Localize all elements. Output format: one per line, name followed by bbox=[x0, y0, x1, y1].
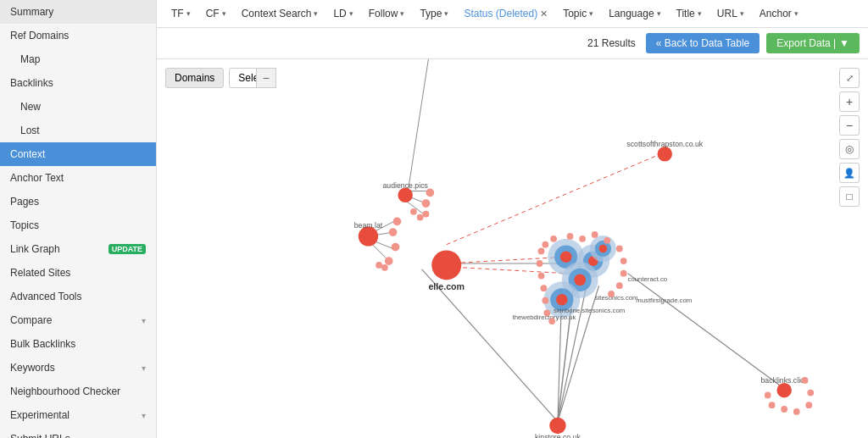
zoom-out-button[interactable]: − bbox=[839, 115, 860, 136]
export-data-button[interactable]: Export Data | ▼ bbox=[766, 33, 860, 53]
svg-point-51 bbox=[599, 245, 608, 253]
sidebar-label-pages: Pages bbox=[10, 196, 39, 208]
filter-url[interactable]: URL▾ bbox=[711, 5, 750, 22]
close-icon[interactable]: ✕ bbox=[540, 8, 548, 19]
svg-point-30 bbox=[423, 211, 430, 218]
sidebar-item-bulk-backlinks[interactable]: Bulk Backlinks bbox=[0, 332, 156, 356]
svg-line-0 bbox=[422, 269, 558, 422]
sidebar-label-summary: Summary bbox=[10, 6, 53, 18]
filter-tf[interactable]: TF▾ bbox=[165, 5, 197, 22]
filter-label: Anchor bbox=[760, 8, 792, 19]
svg-point-73 bbox=[543, 309, 550, 316]
sidebar-item-related-sites[interactable]: Related Sites bbox=[0, 261, 156, 285]
sidebar-label-keywords: Keywords bbox=[10, 362, 55, 374]
sidebar-label-new: New bbox=[20, 101, 41, 113]
filter-anchor[interactable]: Anchor▾ bbox=[754, 5, 804, 22]
sidebar-item-neighbourhood-checker[interactable]: Neighbourhood Checker bbox=[0, 380, 156, 403]
sidebar-item-keywords[interactable]: Keywords▾ bbox=[0, 356, 156, 380]
sidebar-item-submit-urls[interactable]: Submit URLs bbox=[0, 427, 156, 438]
minimize-graph-button[interactable]: − bbox=[256, 68, 276, 88]
svg-point-23 bbox=[393, 218, 402, 226]
filter-label: Status (Deleted) bbox=[464, 8, 537, 19]
filter-status-deleted[interactable]: Status (Deleted) ✕ bbox=[458, 5, 554, 22]
sidebar-item-compare[interactable]: Compare▾ bbox=[0, 308, 156, 332]
caret-icon: ▾ bbox=[186, 9, 191, 18]
sidebar-item-context[interactable]: Context bbox=[0, 142, 156, 166]
caret-icon: ▾ bbox=[400, 9, 404, 18]
graph-toolbar: Domains Select − bbox=[165, 68, 276, 88]
filter-title[interactable]: Title▾ bbox=[670, 5, 708, 22]
zoom-in-button[interactable]: + bbox=[839, 91, 860, 112]
filter-context-search[interactable]: Context Search▾ bbox=[236, 5, 325, 22]
filter-label: URL bbox=[717, 8, 737, 19]
chevron-down-icon: ▾ bbox=[142, 411, 146, 420]
caret-icon: ▾ bbox=[794, 9, 798, 18]
sidebar-item-anchor-text[interactable]: Anchor Text bbox=[0, 166, 156, 190]
filter-follow[interactable]: Follow▾ bbox=[363, 5, 411, 22]
svg-point-32 bbox=[410, 208, 417, 215]
domains-button[interactable]: Domains bbox=[165, 68, 224, 88]
filter-language[interactable]: Language▾ bbox=[603, 5, 666, 22]
svg-point-31 bbox=[417, 214, 424, 221]
sidebar-label-anchor-text: Anchor Text bbox=[10, 172, 64, 184]
target-icon: ◎ bbox=[839, 139, 860, 159]
svg-point-59 bbox=[567, 233, 574, 240]
sidebar-item-ref-domains[interactable]: Ref Domains bbox=[0, 24, 156, 47]
svg-text:mustfirstgrade.com: mustfirstgrade.com bbox=[636, 297, 692, 304]
svg-point-69 bbox=[537, 260, 543, 267]
results-count: 21 Results bbox=[587, 37, 636, 49]
filter-cf[interactable]: CF▾ bbox=[200, 5, 232, 22]
svg-point-57 bbox=[542, 241, 548, 248]
sidebar-label-context: Context bbox=[10, 148, 45, 160]
svg-point-61 bbox=[592, 231, 598, 238]
sidebar-label-lost: Lost bbox=[20, 125, 40, 136]
svg-text:sitesonics.com: sitesonics.com bbox=[595, 294, 638, 302]
sidebar-item-backlinks[interactable]: Backlinks bbox=[0, 71, 156, 95]
filter-bar: TF▾CF▾Context Search▾LD▾Follow▾Type▾Stat… bbox=[157, 0, 868, 28]
sidebar-item-advanced-tools[interactable]: Advanced Tools bbox=[0, 285, 156, 308]
svg-point-39 bbox=[560, 251, 572, 263]
sidebar-item-lost[interactable]: Lost bbox=[0, 119, 156, 142]
sidebar-label-backlinks: Backlinks bbox=[10, 77, 53, 89]
caret-icon: ▾ bbox=[314, 9, 318, 18]
svg-point-82 bbox=[793, 408, 800, 415]
svg-point-22 bbox=[385, 257, 393, 265]
svg-point-63 bbox=[616, 246, 623, 252]
fullscreen-button[interactable]: ⤢ bbox=[839, 68, 860, 88]
back-to-table-button[interactable]: « Back to Data Table bbox=[646, 33, 760, 53]
svg-point-65 bbox=[620, 270, 627, 277]
main-content: TF▾CF▾Context Search▾LD▾Follow▾Type▾Stat… bbox=[157, 0, 868, 438]
svg-point-75 bbox=[549, 418, 565, 434]
sidebar-label-neighbourhood-checker: Neighbourhood Checker bbox=[10, 385, 120, 397]
svg-text:backlinks.click: backlinks.click bbox=[761, 376, 809, 385]
svg-point-35 bbox=[658, 147, 672, 161]
filter-type[interactable]: Type▾ bbox=[414, 5, 454, 22]
svg-point-66 bbox=[616, 282, 623, 289]
sidebar-item-new[interactable]: New bbox=[0, 95, 156, 119]
svg-point-67 bbox=[608, 291, 615, 297]
filter-topic[interactable]: Topic▾ bbox=[557, 5, 599, 22]
filter-label: TF bbox=[171, 8, 184, 19]
svg-line-13 bbox=[407, 59, 428, 197]
svg-point-45 bbox=[574, 274, 586, 286]
sidebar-item-map[interactable]: Map bbox=[0, 47, 156, 71]
svg-text:scottsofthrapston.co.uk: scottsofthrapston.co.uk bbox=[626, 140, 703, 148]
sidebar-item-summary[interactable]: Summary bbox=[0, 0, 156, 24]
sidebar-item-link-graph[interactable]: Link GraphUPDATE bbox=[0, 237, 156, 261]
caret-icon: ▾ bbox=[589, 9, 593, 18]
svg-line-1 bbox=[447, 154, 661, 245]
svg-text:counteract.co: counteract.co bbox=[628, 275, 668, 283]
sidebar-item-experimental[interactable]: Experimental▾ bbox=[0, 403, 156, 427]
caret-icon: ▾ bbox=[444, 9, 448, 18]
export-caret-icon: ▼ bbox=[839, 37, 849, 49]
filter-label: Topic bbox=[563, 8, 587, 19]
filter-ld[interactable]: LD▾ bbox=[327, 5, 359, 22]
svg-point-74 bbox=[548, 318, 555, 324]
action-bar: 21 Results « Back to Data Table Export D… bbox=[157, 28, 868, 59]
sidebar-item-topics[interactable]: Topics bbox=[0, 213, 156, 237]
svg-point-21 bbox=[392, 243, 400, 252]
svg-point-80 bbox=[807, 390, 814, 396]
svg-point-28 bbox=[422, 199, 431, 208]
sidebar-item-pages[interactable]: Pages bbox=[0, 190, 156, 213]
svg-point-71 bbox=[541, 285, 548, 291]
